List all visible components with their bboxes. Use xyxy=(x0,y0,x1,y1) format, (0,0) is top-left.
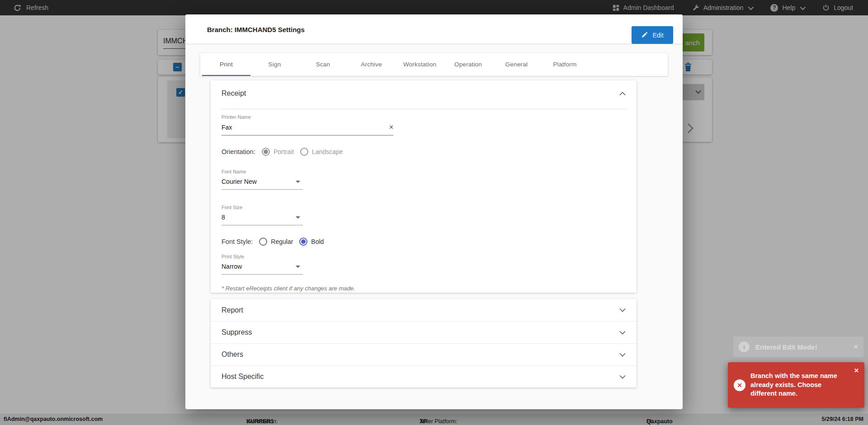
dropdown-arrow-icon xyxy=(296,266,300,268)
error-toast: ✕ Branch with the same name already exis… xyxy=(728,362,864,408)
print-style-select[interactable]: Narrow xyxy=(222,261,303,275)
radio-portrait-label: Portrait xyxy=(274,148,294,155)
print-style-value: Narrow xyxy=(222,263,242,270)
tab-operation[interactable]: Operation xyxy=(444,53,492,76)
pencil-icon xyxy=(641,32,648,38)
radio-portrait[interactable]: Portrait xyxy=(262,148,294,156)
chevron-down-icon xyxy=(619,308,626,312)
font-name-select[interactable]: Courier New xyxy=(222,176,303,190)
radio-bold-icon xyxy=(299,238,307,246)
close-icon[interactable]: ✕ xyxy=(854,367,859,374)
modal-header: Branch: IMMCHAND5 Settings Edit xyxy=(185,14,683,44)
tab-scan[interactable]: Scan xyxy=(299,53,347,76)
section-report[interactable]: Report xyxy=(211,299,637,321)
chevron-down-icon xyxy=(619,353,626,357)
radio-landscape[interactable]: Landscape xyxy=(300,148,343,156)
chevron-down-icon xyxy=(619,375,626,379)
chevron-up-icon[interactable] xyxy=(619,92,626,96)
tab-sign[interactable]: Sign xyxy=(250,53,299,76)
tab-general[interactable]: General xyxy=(492,53,541,76)
receipt-divider xyxy=(221,109,627,109)
faded-toast: i Entered Edit Mode! ✕ xyxy=(733,336,863,357)
radio-landscape-icon xyxy=(300,148,308,156)
section-host-specific[interactable]: Host Specific xyxy=(211,365,637,388)
font-size-label: Font Size xyxy=(222,205,626,210)
radio-bold-label: Bold xyxy=(311,238,324,245)
radio-regular-label: Regular xyxy=(271,238,293,245)
receipt-section-title: Receipt xyxy=(222,89,246,98)
collapsed-sections: Report Suppress Others Host Specific xyxy=(211,299,637,388)
radio-landscape-label: Landscape xyxy=(312,148,343,155)
radio-bold[interactable]: Bold xyxy=(299,238,324,246)
tab-platform[interactable]: Platform xyxy=(541,53,589,76)
clear-icon[interactable]: × xyxy=(389,125,393,130)
edit-button[interactable]: Edit xyxy=(632,26,673,44)
receipt-section-header[interactable]: Receipt xyxy=(211,80,637,98)
error-toast-message: Branch with the same name already exists… xyxy=(750,372,849,398)
font-style-label: Font Style: xyxy=(222,238,253,245)
section-others-title: Others xyxy=(222,350,243,359)
dropdown-arrow-icon xyxy=(296,181,300,183)
info-icon: i xyxy=(739,341,750,352)
section-suppress[interactable]: Suppress xyxy=(211,321,637,343)
orientation-label: Orientation: xyxy=(222,148,255,155)
print-style-label: Print Style xyxy=(222,254,626,259)
font-name-value: Courier New xyxy=(222,178,257,185)
font-size-select[interactable]: 8 xyxy=(222,211,303,225)
section-others[interactable]: Others xyxy=(211,343,637,365)
section-suppress-title: Suppress xyxy=(222,328,252,336)
branch-settings-modal: Branch: IMMCHAND5 Settings Edit Print Si… xyxy=(185,14,683,409)
tab-archive[interactable]: Archive xyxy=(347,53,396,76)
printer-name-label: Printer Name xyxy=(222,114,626,120)
error-icon: ✕ xyxy=(734,379,745,391)
font-name-label: Font Name xyxy=(222,169,626,174)
tab-workstation[interactable]: Workstation xyxy=(396,53,444,76)
receipt-section: Receipt Printer Name Fax × Orientation: … xyxy=(211,80,637,293)
printer-name-value: Fax xyxy=(222,124,232,131)
settings-tabs: Print Sign Scan Archive Workstation Oper… xyxy=(200,53,668,76)
section-host-specific-title: Host Specific xyxy=(222,373,264,381)
radio-regular[interactable]: Regular xyxy=(259,238,293,246)
radio-portrait-icon xyxy=(262,148,270,156)
section-report-title: Report xyxy=(222,306,243,314)
restart-note: * Restart eReceipts client if any change… xyxy=(222,285,626,292)
radio-regular-icon xyxy=(259,238,267,246)
chevron-down-icon xyxy=(619,331,626,335)
close-icon: ✕ xyxy=(854,344,858,350)
tab-print[interactable]: Print xyxy=(202,53,250,76)
modal-title: Branch: IMMCHAND5 Settings xyxy=(207,26,305,33)
font-size-value: 8 xyxy=(222,214,225,221)
dropdown-arrow-icon xyxy=(296,216,300,219)
printer-name-input[interactable]: Fax × xyxy=(222,121,393,135)
edit-button-label: Edit xyxy=(652,32,663,39)
faded-toast-message: Entered Edit Mode! xyxy=(755,343,817,351)
